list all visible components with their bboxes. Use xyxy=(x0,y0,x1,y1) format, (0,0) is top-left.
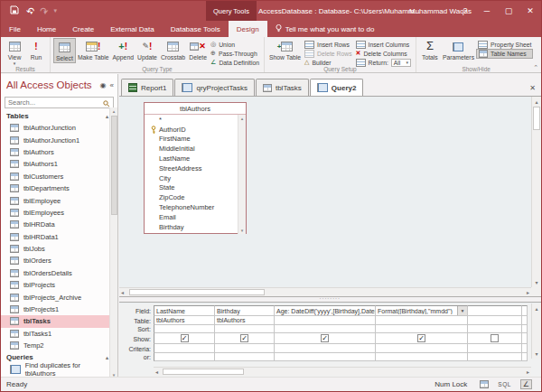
maximize-button[interactable]: ▢ xyxy=(498,1,519,21)
save-icon[interactable] xyxy=(10,5,19,16)
pane-splitter[interactable]: ⋅⋅⋅⋅⋅⋅⋅⋅ xyxy=(119,296,541,303)
field-row[interactable]: TelephoneNumber xyxy=(145,202,246,212)
field-row[interactable]: ZipCode xyxy=(145,192,246,202)
table-names-button[interactable]: Table Names xyxy=(476,49,533,59)
grid-criteria-cell[interactable] xyxy=(376,344,468,353)
doc-tab-query2[interactable]: Query2 xyxy=(310,79,364,96)
redo-button[interactable]: ↷▾ xyxy=(40,5,46,17)
field-row[interactable]: * xyxy=(145,115,246,125)
nav-table-item[interactable]: tblProjects_Archive xyxy=(1,291,110,303)
grid-criteria-cell[interactable] xyxy=(275,344,376,353)
grid-horizontal-scrollbar[interactable]: ◂▸ xyxy=(154,367,531,376)
nav-table-item[interactable]: tblTasks1 xyxy=(1,328,110,340)
grid-field-cell[interactable]: Age: DateDiff('yyyy',[Birthday],Date()) xyxy=(275,305,376,316)
nav-table-item[interactable]: tblEmployees xyxy=(1,207,110,219)
collapse-ribbon-icon[interactable]: ⌃ xyxy=(533,64,538,71)
show-checkbox[interactable] xyxy=(240,334,248,342)
nav-table-item[interactable]: tblHRData xyxy=(1,219,110,230)
make-table-button[interactable]: ! Make Table xyxy=(76,38,111,61)
tab-external-data[interactable]: External Data xyxy=(102,21,162,37)
show-checkbox[interactable] xyxy=(417,334,425,342)
nav-table-item[interactable]: tblJobs xyxy=(1,243,110,255)
tab-home[interactable]: Home xyxy=(29,21,64,37)
grid-or-cell[interactable] xyxy=(154,353,215,361)
tables-section-header[interactable]: Tables▴ xyxy=(1,110,117,122)
grid-or-cell[interactable] xyxy=(215,353,275,361)
qat-customize-icon[interactable]: ▾ xyxy=(53,7,57,14)
help-button[interactable]: ? xyxy=(454,1,476,21)
field-row[interactable]: City xyxy=(145,173,246,183)
field-row[interactable]: Birthday xyxy=(145,222,246,232)
nav-table-item[interactable]: tblDepartments xyxy=(1,182,110,194)
design-horizontal-scrollbar[interactable]: ◂▸ xyxy=(119,287,531,296)
scroll-up-icon[interactable]: ▴ xyxy=(110,108,117,114)
grid-table-cell[interactable] xyxy=(468,316,522,325)
view-button[interactable]: View▾ xyxy=(4,38,25,67)
nav-search-box[interactable] xyxy=(5,97,114,108)
field-row-primary-key[interactable]: AuthorID xyxy=(145,125,246,135)
cell-dropdown-icon[interactable]: ▼ xyxy=(457,306,467,315)
delete-rows-button[interactable]: Delete Rows xyxy=(303,49,354,58)
nav-table-item[interactable]: tblAuthorJunction xyxy=(1,122,110,134)
field-row[interactable]: Email xyxy=(145,212,246,222)
nav-table-item-selected[interactable]: tblTasks xyxy=(1,315,110,327)
field-row[interactable]: State xyxy=(145,183,246,193)
nav-table-item[interactable]: tblOrders xyxy=(1,255,110,266)
field-list-tblauthors[interactable]: tblAuthors * AuthorID FirstName MiddleIn… xyxy=(144,102,247,234)
grid-table-cell[interactable]: tblAuthors xyxy=(154,316,215,325)
nav-table-item[interactable]: tblEmployee xyxy=(1,194,110,206)
union-button[interactable]: ◎Union xyxy=(209,40,261,49)
crosstab-button[interactable]: Crosstab xyxy=(159,38,187,61)
design-vertical-scrollbar[interactable]: ▴▾ xyxy=(531,97,541,287)
grid-field-cell[interactable]: Birthday xyxy=(215,305,275,316)
grid-sort-cell[interactable] xyxy=(154,325,215,333)
run-button[interactable]: ! Run xyxy=(25,38,47,61)
grid-criteria-cell[interactable] xyxy=(154,344,215,353)
grid-sort-cell[interactable] xyxy=(215,325,275,333)
delete-query-button[interactable]: ✕ Delete xyxy=(187,38,209,61)
grid-sort-cell[interactable] xyxy=(376,325,468,333)
close-button[interactable]: ✕ xyxy=(519,1,541,21)
field-row[interactable]: MiddleInitial xyxy=(145,144,246,154)
grid-table-cell[interactable] xyxy=(376,316,468,325)
pass-through-button[interactable]: ⊕Pass-Through xyxy=(209,49,261,58)
nav-scrollbar[interactable]: ▴ ▾ xyxy=(109,107,117,378)
section-collapse-icon[interactable]: ▴ xyxy=(106,354,108,360)
nav-query-item[interactable]: Find duplicates for tblAuthors xyxy=(1,363,110,375)
totals-button[interactable]: Σ Totals xyxy=(419,38,441,61)
grid-criteria-cell[interactable] xyxy=(215,344,275,353)
grid-sort-cell[interactable] xyxy=(468,325,522,333)
minimize-button[interactable]: ─ xyxy=(476,1,498,21)
insert-columns-button[interactable]: Insert Columns xyxy=(354,40,413,49)
tell-me-box[interactable]: Tell me what you want to do xyxy=(267,21,383,37)
parameters-button[interactable]: Parameters xyxy=(441,38,476,61)
tab-create[interactable]: Create xyxy=(64,21,102,37)
show-checkbox[interactable] xyxy=(181,334,189,342)
nav-table-item[interactable]: Temp2 xyxy=(1,340,110,351)
show-checkbox[interactable] xyxy=(491,334,499,342)
nav-table-item[interactable]: tblAuthors xyxy=(1,146,110,158)
grid-table-cell[interactable] xyxy=(275,316,376,325)
nav-menu-icon[interactable]: ◉ xyxy=(100,81,107,89)
section-collapse-icon[interactable]: ▴ xyxy=(106,113,108,119)
delete-columns-button[interactable]: ✕Delete Columns xyxy=(354,49,413,58)
grid-criteria-cell[interactable] xyxy=(468,344,522,353)
grid-or-cell[interactable] xyxy=(468,353,522,361)
nav-table-item[interactable]: tblProjects xyxy=(1,279,110,291)
field-row[interactable]: LastName xyxy=(145,154,246,163)
grid-or-cell[interactable] xyxy=(275,353,376,361)
nav-table-item[interactable]: tblProjects1 xyxy=(1,303,110,315)
grid-vertical-scrollbar[interactable]: ▴▾ xyxy=(531,303,541,359)
nav-table-item[interactable]: tblAuthors1 xyxy=(1,158,110,170)
nav-table-item[interactable]: tblAuthorJunction1 xyxy=(1,134,110,145)
sql-view-icon[interactable]: SQL xyxy=(498,381,511,387)
property-sheet-button[interactable]: Property Sheet xyxy=(476,40,533,49)
field-row[interactable]: FirstName xyxy=(145,135,246,145)
datasheet-view-icon[interactable] xyxy=(480,380,489,388)
field-row[interactable]: StreetAddress xyxy=(145,163,246,173)
select-query-button[interactable]: Select xyxy=(53,38,76,63)
doc-tab-qryprojecttasks[interactable]: qryProjectTasks xyxy=(174,79,254,96)
shutter-close-icon[interactable]: « xyxy=(110,81,114,89)
grid-field-cell[interactable] xyxy=(468,305,522,316)
append-button[interactable]: +! Append xyxy=(111,38,136,61)
